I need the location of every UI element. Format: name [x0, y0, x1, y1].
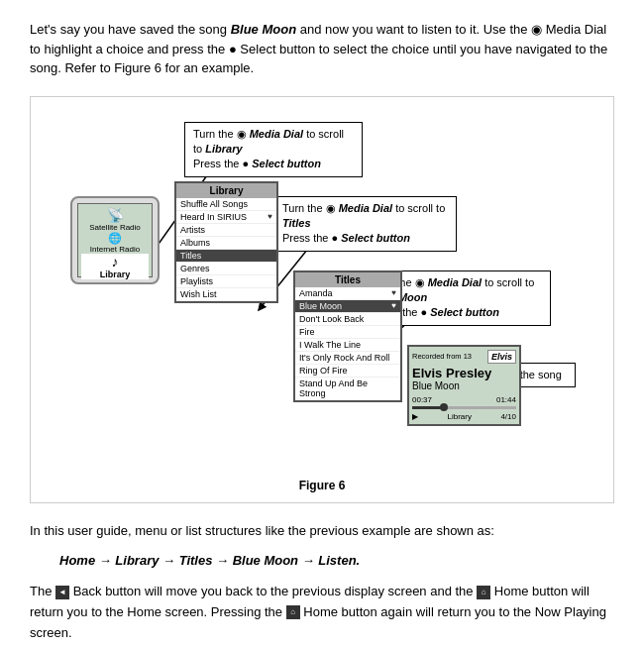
library-item-albums: Albums: [176, 237, 276, 250]
now-playing-screen: Recorded from 13 Elvis Elvis Presley Blu…: [407, 345, 521, 427]
np-song: Blue Moon: [412, 380, 516, 391]
library-item-playlists: Playlists: [176, 275, 276, 288]
np-logo: Elvis: [487, 350, 516, 364]
titles-item-blue-moon: Blue Moon ♥: [295, 300, 400, 313]
titles-menu: Titles Amanda ♥ Blue Moon ♥ Don't Look B…: [293, 270, 402, 402]
library-item-wishlist: Wish List: [176, 288, 276, 301]
titles-item-ring: Ring Of Fire: [295, 365, 400, 378]
np-progress-bar-container: [412, 406, 516, 409]
device-item-library: ♪ Library: [81, 254, 149, 279]
home-button-icon-2: ⌂: [286, 605, 300, 619]
figure-container: Turn the ◉ Media Dial to scroll to Libra…: [30, 96, 614, 503]
library-menu: Library Shuffle All Songs Heard In SIRIU…: [174, 181, 278, 303]
callout-1: Turn the ◉ Media Dial to scroll to Libra…: [184, 122, 363, 177]
library-item-artists: Artists: [176, 224, 276, 237]
titles-item-stand: Stand Up And Be Strong: [295, 378, 400, 400]
np-total: 01:44: [496, 395, 516, 404]
figure-label: Figure 6: [41, 479, 603, 492]
titles-menu-title: Titles: [295, 272, 400, 287]
titles-item-walk: I Walk The Line: [295, 339, 400, 352]
np-track: 4/10: [500, 412, 516, 421]
intro-paragraph: Let's say you have saved the song Blue M…: [30, 20, 614, 78]
titles-item-only-rock: It's Only Rock And Roll: [295, 352, 400, 365]
library-item-genres: Genres: [176, 263, 276, 275]
titles-item-amanda: Amanda ♥: [295, 287, 400, 300]
body-nav-example: In this user guide, menu or list structu…: [30, 521, 614, 542]
np-artist: Elvis Presley: [412, 366, 516, 381]
device-item-satellite: 📡 Satellite Radio: [81, 207, 149, 232]
np-source: Library: [447, 412, 471, 421]
body-footer-text: The ◄ Back button will move you back to …: [30, 582, 614, 643]
diagram: Turn the ◉ Media Dial to scroll to Libra…: [41, 117, 603, 474]
np-elapsed: 00:37: [412, 395, 432, 404]
np-play-icon: ▶: [412, 412, 418, 421]
home-button-icon: ⌂: [477, 586, 490, 599]
body-nav-path: Home → Library → Titles → Blue Moon → Li…: [30, 551, 614, 572]
library-menu-title: Library: [176, 183, 276, 198]
device-item-internet: 🌐 Internet Radio: [81, 232, 149, 254]
back-button-icon: ◄: [55, 586, 69, 599]
ipod-device: 📡 Satellite Radio 🌐 Internet Radio ♪ Lib…: [70, 196, 160, 284]
library-item-titles: Titles: [176, 250, 276, 263]
titles-item-fire: Fire: [295, 326, 400, 339]
library-item-heard: Heard In SIRIUS ♥: [176, 211, 276, 224]
library-item-shuffle: Shuffle All Songs: [176, 198, 276, 211]
titles-item-dont: Don't Look Back: [295, 313, 400, 326]
np-recorded: Recorded from 13: [412, 352, 472, 361]
callout-2: Turn the ◉ Media Dial to scroll to Title…: [273, 196, 457, 252]
